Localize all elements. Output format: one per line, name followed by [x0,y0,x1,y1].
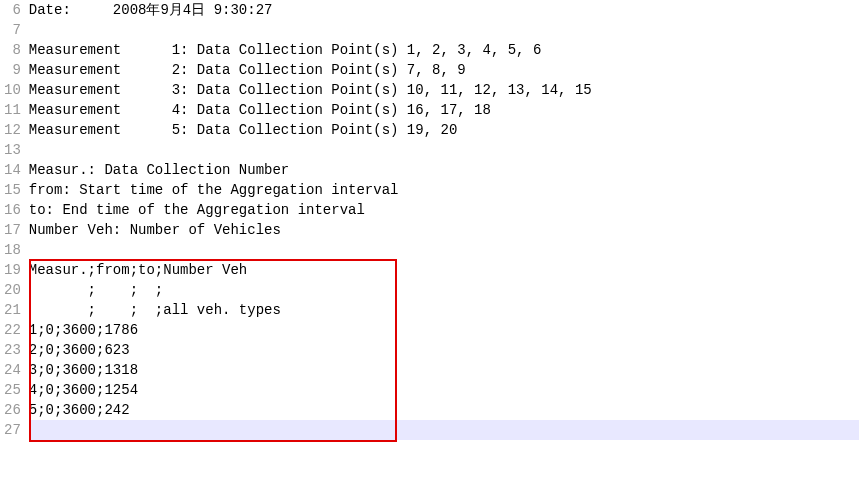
code-line[interactable]: Measur.: Data Collection Number [29,160,859,180]
line-number: 8 [4,40,21,60]
line-number: 22 [4,320,21,340]
code-line[interactable]: ; ; ; [29,280,859,300]
code-line[interactable]: Measurement 5: Data Collection Point(s) … [29,120,859,140]
line-number: 23 [4,340,21,360]
code-line[interactable] [29,20,859,40]
line-number: 25 [4,380,21,400]
code-line[interactable]: Measur.;from;to;Number Veh [29,260,859,280]
line-number: 9 [4,60,21,80]
line-number: 26 [4,400,21,420]
line-number: 21 [4,300,21,320]
line-number: 18 [4,240,21,260]
code-line[interactable]: 2;0;3600;623 [29,340,859,360]
code-line[interactable]: ; ; ;all veh. types [29,300,859,320]
line-number: 6 [4,0,21,20]
code-line[interactable]: Number Veh: Number of Vehicles [29,220,859,240]
editor-content[interactable]: Date: 2008年9月4日 9:30:27Measurement 1: Da… [29,0,859,501]
line-number: 16 [4,200,21,220]
line-number: 15 [4,180,21,200]
code-line[interactable] [29,420,859,440]
line-number: 14 [4,160,21,180]
line-number: 11 [4,100,21,120]
line-number: 19 [4,260,21,280]
line-number: 17 [4,220,21,240]
code-line[interactable]: 4;0;3600;1254 [29,380,859,400]
code-line[interactable]: Measurement 4: Data Collection Point(s) … [29,100,859,120]
code-line[interactable]: from: Start time of the Aggregation inte… [29,180,859,200]
code-editor[interactable]: 6789101112131415161718192021222324252627… [0,0,859,501]
line-number: 13 [4,140,21,160]
code-line[interactable]: Measurement 1: Data Collection Point(s) … [29,40,859,60]
code-line[interactable]: 1;0;3600;1786 [29,320,859,340]
line-number: 24 [4,360,21,380]
code-line[interactable] [29,240,859,260]
code-line[interactable]: Measurement 2: Data Collection Point(s) … [29,60,859,80]
line-number: 10 [4,80,21,100]
line-number-gutter: 6789101112131415161718192021222324252627 [0,0,29,501]
code-line[interactable]: 5;0;3600;242 [29,400,859,420]
code-line[interactable]: Measurement 3: Data Collection Point(s) … [29,80,859,100]
code-line[interactable]: Date: 2008年9月4日 9:30:27 [29,0,859,20]
code-line[interactable]: to: End time of the Aggregation interval [29,200,859,220]
code-line[interactable]: 3;0;3600;1318 [29,360,859,380]
line-number: 12 [4,120,21,140]
code-line[interactable] [29,140,859,160]
line-number: 7 [4,20,21,40]
line-number: 20 [4,280,21,300]
line-number: 27 [4,420,21,440]
